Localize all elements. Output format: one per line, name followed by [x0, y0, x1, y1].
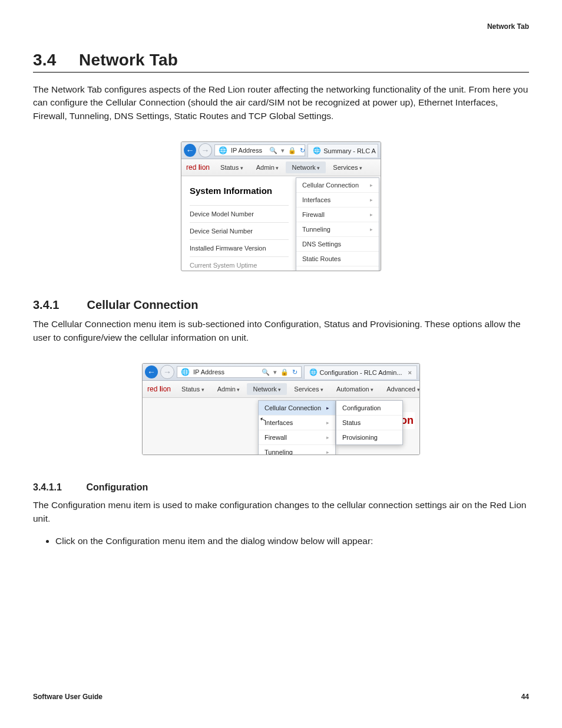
menu-advanced[interactable]: Advanced	[381, 383, 420, 395]
ie-tab-icon: 🌐	[309, 368, 318, 376]
browser-chrome: ← → 🌐 IP Address 🔍 ▾ 🔒 ↻ 🌐 Configuration…	[143, 364, 419, 381]
browser-tab[interactable]: 🌐 Configuration - RLC Admin... ×	[304, 365, 417, 379]
menu-status[interactable]: Status	[176, 383, 210, 395]
menu-network[interactable]: Network	[286, 162, 326, 173]
chevron-right-icon: ▸	[370, 212, 373, 218]
search-icon: 🔍	[262, 368, 270, 376]
brand-logo: red lion	[147, 385, 171, 393]
chevron-right-icon: ▸	[326, 405, 329, 411]
page: Network Tab 3.4 Network Tab The Network …	[0, 0, 562, 728]
ie-icon: 🌐	[219, 146, 227, 154]
menu-automation[interactable]: Automation	[330, 383, 379, 395]
chevron-right-icon: ▸	[326, 420, 329, 426]
menu-status[interactable]: Status	[214, 162, 249, 173]
dd-cellular-connection[interactable]: Cellular Connection▸	[259, 401, 335, 416]
footer-left: Software User Guide	[33, 693, 103, 701]
page-footer: Software User Guide 44	[33, 693, 529, 701]
menu-services[interactable]: Services	[288, 383, 329, 395]
info-row: Device Model Number	[190, 205, 289, 222]
address-bar[interactable]: 🌐 IP Address 🔍 ▾ 🔒 ↻	[177, 366, 302, 378]
screenshot-cellular-submenu: ← → 🌐 IP Address 🔍 ▾ 🔒 ↻ 🌐 Configuration…	[142, 363, 420, 455]
chevron-right-icon: ▸	[326, 434, 329, 440]
section-heading: 3.4 Network Tab	[33, 51, 529, 70]
info-row: Device Serial Number	[190, 222, 289, 239]
sub-provisioning[interactable]: Provisioning	[336, 430, 402, 444]
dd-firewall[interactable]: Firewall▸	[296, 207, 379, 222]
dd-interfaces[interactable]: Interfaces▸	[259, 416, 335, 430]
subsection-title: Cellular Connection	[87, 298, 199, 311]
subsubsection-paragraph: The Configuration menu item is used to m…	[33, 499, 529, 525]
info-row: Installed Firmware Version	[190, 239, 289, 256]
bullet-list: Click on the Configuration menu item and…	[55, 536, 529, 546]
tab-title: Configuration - RLC Admin...	[320, 369, 402, 376]
dd-tunneling[interactable]: Tunneling▸	[296, 222, 379, 237]
dd-tunneling[interactable]: Tunneling▸	[259, 445, 335, 455]
menu-admin[interactable]: Admin	[250, 162, 285, 173]
lock-icon: 🔒	[288, 147, 296, 154]
dd-firewall[interactable]: Firewall▸	[259, 430, 335, 445]
lock-icon: 🔒	[280, 368, 289, 376]
back-button[interactable]: ←	[184, 144, 196, 157]
app-menubar: red lion Status Admin Network Services	[181, 159, 381, 176]
sub-status[interactable]: Status	[336, 416, 402, 430]
running-header: Network Tab	[487, 22, 529, 31]
network-dropdown: Cellular Connection▸ Interfaces▸ Firewal…	[258, 400, 336, 455]
back-button[interactable]: ←	[145, 365, 158, 378]
dd-cellular-connection[interactable]: Cellular Connection▸	[296, 178, 379, 193]
system-info-heading: System Information	[190, 186, 289, 196]
ie-tab-icon: 🌐	[313, 147, 321, 154]
list-item: Click on the Configuration menu item and…	[55, 536, 529, 546]
footer-page-number: 44	[521, 693, 529, 701]
ie-icon: 🌐	[181, 368, 190, 376]
system-info-panel: System Information Device Model Number D…	[181, 176, 296, 271]
chevron-right-icon: ▸	[370, 182, 373, 188]
sub-configuration[interactable]: Configuration	[336, 401, 402, 416]
subsection-heading: 3.4.1 Cellular Connection	[33, 298, 529, 312]
dropdown-icon: ▾	[281, 147, 285, 154]
forward-button[interactable]: →	[199, 143, 212, 157]
browser-tab[interactable]: 🌐 Summary - RLC A	[308, 144, 378, 157]
browser-chrome: ← → 🌐 IP Address 🔍 ▾ 🔒 ↻ 🌐 Summary - RLC…	[181, 142, 381, 159]
section-title: Network Tab	[79, 51, 178, 69]
dd-tcp[interactable]: TCP Global Settings	[296, 266, 379, 271]
app-menubar: red lion Status Admin Network Services A…	[143, 381, 419, 398]
subsubsection-title: Configuration	[86, 482, 148, 492]
section-number: 3.4	[33, 51, 74, 70]
chevron-right-icon: ▸	[370, 226, 373, 232]
network-dropdown: Cellular Connection▸ Interfaces▸ Firewal…	[296, 177, 379, 271]
dd-interfaces[interactable]: Interfaces▸	[296, 193, 379, 207]
chevron-right-icon: ▸	[326, 449, 329, 455]
brand-logo: red lion	[186, 163, 210, 172]
search-icon: 🔍	[269, 147, 277, 154]
section-rule	[33, 72, 529, 73]
cellular-submenu: Configuration Status Provisioning	[336, 400, 403, 445]
refresh-icon[interactable]: ↻	[292, 368, 297, 376]
address-bar[interactable]: 🌐 IP Address 🔍 ▾ 🔒 ↻	[214, 144, 305, 156]
subsection-paragraph: The Cellular Connection menu item is sub…	[33, 318, 529, 344]
close-tab-icon[interactable]: ×	[408, 369, 412, 376]
dropdown-icon: ▾	[273, 368, 277, 376]
dd-static[interactable]: Static Routes	[296, 252, 379, 266]
menu-services[interactable]: Services	[327, 162, 368, 173]
subsection-number: 3.4.1	[33, 298, 84, 312]
menu-admin[interactable]: Admin	[211, 383, 246, 395]
dd-dns[interactable]: DNS Settings	[296, 237, 379, 252]
menu-network[interactable]: Network	[247, 383, 287, 395]
chevron-right-icon: ▸	[370, 197, 373, 203]
address-text: IP Address	[231, 147, 262, 154]
intro-paragraph: The Network Tab configures aspects of th…	[33, 83, 529, 123]
screenshot-network-menu: ← → 🌐 IP Address 🔍 ▾ 🔒 ↻ 🌐 Summary - RLC…	[181, 141, 381, 271]
subsubsection-number: 3.4.1.1	[33, 482, 84, 493]
subsubsection-heading: 3.4.1.1 Configuration	[33, 482, 529, 493]
info-row-truncated: Current System Uptime	[190, 256, 289, 271]
tab-title: Summary - RLC A	[323, 147, 376, 154]
forward-button[interactable]: →	[160, 365, 174, 379]
address-text: IP Address	[193, 368, 224, 375]
refresh-icon[interactable]: ↻	[300, 147, 305, 154]
